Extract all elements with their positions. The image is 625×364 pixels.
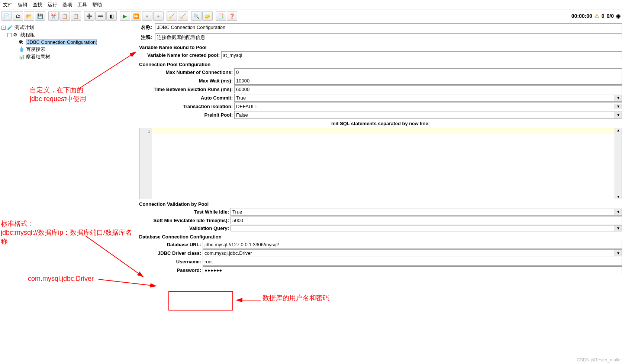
reset-search-button[interactable]: 🧽	[202, 11, 213, 21]
menu-search[interactable]: 查找	[33, 1, 42, 8]
comment-label: 注释:	[139, 34, 152, 41]
start-button[interactable]: ▶	[120, 11, 130, 21]
menu-help[interactable]: 帮助	[92, 1, 102, 8]
testidle-label: Test While Idle:	[136, 209, 229, 215]
section-validation: Connection Validation by Pool	[136, 199, 625, 208]
menu-file[interactable]: 文件	[3, 1, 13, 8]
init-sql-label: Init SQL statements separated by new lin…	[136, 119, 625, 128]
cut-button[interactable]: ✂️	[48, 11, 59, 21]
timer-text: 00:00:00	[571, 13, 592, 19]
collapse-button[interactable]: ➖	[95, 11, 106, 21]
comment-input[interactable]	[155, 33, 622, 41]
form-panel: 名称: 注释: Variable Name Bound to Pool Vari…	[136, 22, 625, 364]
valq-select[interactable]: ▼	[231, 225, 622, 231]
user-label: Username:	[136, 259, 201, 264]
warning-icon: ⚠	[595, 13, 599, 19]
search-button[interactable]: 🔍	[191, 11, 202, 21]
testidle-select[interactable]: True▼	[231, 208, 622, 216]
menu-tools[interactable]: 工具	[77, 1, 87, 8]
isolation-label: Transaction Isolation:	[136, 104, 233, 109]
templates-button[interactable]: 🗂	[13, 11, 23, 21]
shutdown-button[interactable]: ●	[153, 11, 164, 21]
autocommit-select[interactable]: True▼	[234, 94, 622, 102]
max-conn-input[interactable]	[234, 68, 622, 76]
driver-select[interactable]: com.mysql.jdbc.Driver▼	[203, 249, 622, 257]
tree-thread-group[interactable]: -⚙线程组	[0, 31, 136, 39]
paste-button[interactable]: 📋	[71, 11, 81, 21]
evict-input[interactable]	[234, 85, 622, 93]
user-input[interactable]	[203, 258, 622, 266]
tree-panel: -🧪测试计划 -⚙线程组 🛠JDBC Connection Configurat…	[0, 22, 136, 364]
softmin-label: Soft Min Evictable Idle Time(ms):	[136, 218, 229, 223]
autocommit-label: Auto Commit:	[136, 95, 233, 101]
clear-all-button[interactable]: 🧹	[178, 11, 188, 21]
init-sql-box[interactable]: 1 ▲▼	[139, 128, 622, 199]
annotation-driver: com.mysql.jdbc.Driver	[28, 275, 94, 283]
new-button[interactable]: 📄	[1, 11, 12, 21]
name-input[interactable]	[155, 23, 622, 31]
annotation-format: 标准格式：jdbc:mysql://数据库ip：数据库端口/数据库名称	[1, 219, 136, 246]
var-name-input[interactable]	[221, 51, 622, 59]
tree-test-plan[interactable]: -🧪测试计划	[0, 24, 136, 31]
menu-bar: 文件 编辑 查找 运行 选项 工具 帮助	[0, 0, 625, 10]
menu-run[interactable]: 运行	[48, 1, 57, 8]
watermark: CSDN @Tester_muller	[577, 357, 622, 363]
max-conn-label: Max Number of Connections:	[136, 69, 233, 75]
user-pass-highlight	[168, 291, 233, 311]
annotation-userpass: 数据库的用户名和密码	[262, 293, 329, 302]
annotation-custom: 自定义，在下面的jdbc request中使用	[30, 85, 86, 103]
sql-gutter: 1	[139, 128, 152, 199]
section-variable-name: Variable Name Bound to Pool	[136, 42, 625, 51]
expand-button[interactable]: ➕	[84, 11, 94, 21]
tree-baidu-search[interactable]: 💧百度搜索	[0, 46, 136, 53]
pass-input[interactable]	[203, 266, 622, 274]
stop-button[interactable]: ●	[142, 11, 152, 21]
section-conn-pool: Connection Pool Configuration	[136, 59, 625, 68]
name-label: 名称:	[139, 24, 152, 31]
threads-icon: ◉	[616, 13, 621, 19]
toolbar: 📄 🗂 📂 💾 ✂️ 📋 📋 ➕ ➖ ◧ ▶ ⏩ ● ● 🧹 🧹 🔍 🧽 📑 ❓…	[0, 10, 625, 22]
copy-button[interactable]: 📋	[59, 11, 70, 21]
evict-label: Time Between Eviction Runs (ms):	[136, 87, 233, 92]
pass-label: Password:	[136, 267, 201, 273]
function-helper-button[interactable]: 📑	[216, 11, 226, 21]
var-name-label: Variable Name for created pool:	[136, 52, 220, 58]
run-count: 0/0	[607, 13, 614, 19]
help-button[interactable]: ❓	[227, 11, 237, 21]
isolation-select[interactable]: DEFAULT▼	[234, 103, 622, 110]
section-db-conn: Database Connection Configuration	[136, 232, 625, 240]
open-button[interactable]: 📂	[24, 11, 34, 21]
menu-options[interactable]: 选项	[62, 1, 72, 8]
warning-count: 0	[602, 13, 605, 19]
sql-scrollbar[interactable]: ▲▼	[615, 128, 622, 199]
menu-edit[interactable]: 编辑	[18, 1, 28, 8]
dburl-label: Database URL:	[136, 242, 201, 247]
driver-label: JDBC Driver class:	[136, 250, 201, 256]
toggle-button[interactable]: ◧	[106, 11, 117, 21]
softmin-input[interactable]	[231, 217, 622, 224]
preinit-select[interactable]: False▼	[234, 111, 622, 119]
tree-jdbc-config[interactable]: 🛠JDBC Connection Configuration	[0, 39, 136, 46]
max-wait-input[interactable]	[234, 77, 622, 85]
preinit-label: Preinit Pool:	[136, 112, 233, 118]
save-button[interactable]: 💾	[35, 11, 45, 21]
clear-button[interactable]: 🧹	[167, 11, 177, 21]
dburl-input[interactable]	[203, 241, 622, 248]
tree-view-results[interactable]: 📊察看结果树	[0, 53, 136, 61]
max-wait-label: Max Wait (ms):	[136, 78, 233, 84]
start-noTimers-button[interactable]: ⏩	[131, 11, 141, 21]
valq-label: Validation Query:	[136, 225, 229, 231]
